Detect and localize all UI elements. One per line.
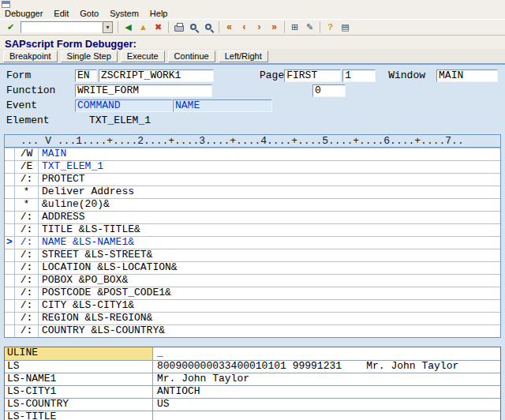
code-row[interactable]: /E TXT_ELEM_1 <box>5 160 500 173</box>
column-ruler: ... V ...1....+....2....+....3....+....4… <box>5 135 500 148</box>
code-row[interactable]: /: CITY &LS-CITY1& <box>5 299 500 312</box>
menu-item-help[interactable]: Help <box>150 9 168 18</box>
help-icon[interactable]: ? <box>323 21 338 34</box>
format-cell: /W <box>15 148 39 160</box>
code-row[interactable]: /: LOCATION &LS-LOCATION& <box>5 261 500 274</box>
code-table: ... V ...1....+....2....+....3....+....4… <box>4 134 501 338</box>
format-cell: /: <box>15 224 39 236</box>
row-marker-cell <box>5 325 15 337</box>
code-row[interactable]: /: ADDRESS <box>5 211 500 223</box>
format-cell: /: <box>15 174 39 186</box>
window-label: Window <box>388 69 425 81</box>
variable-row[interactable]: LS-COUNTRY US <box>5 398 500 411</box>
variable-row[interactable]: LS 800900000033400010101 99991231 Mr. Jo… <box>5 360 500 373</box>
enter-icon[interactable]: ✔ <box>3 21 18 34</box>
function-counter-field[interactable] <box>312 84 346 97</box>
code-row[interactable]: /: POSTCODE &POST_CODE1& <box>5 287 500 299</box>
prev-page-icon[interactable]: ‹ <box>237 21 252 34</box>
text-cell: REGION &LS-REGION& <box>39 313 500 324</box>
toolbar-separator <box>118 21 118 33</box>
form-row-form: Form Page Window <box>6 68 505 83</box>
event-field[interactable] <box>75 99 173 112</box>
first-page-icon[interactable]: « <box>222 21 237 34</box>
row-marker-cell <box>5 249 15 261</box>
row-marker-cell <box>5 161 15 173</box>
menu-item-edit[interactable]: Edit <box>54 9 69 18</box>
row-marker-cell <box>5 212 15 223</box>
variable-value-cell <box>153 411 500 420</box>
toolbar-separator <box>168 21 169 33</box>
row-marker-cell <box>5 287 15 299</box>
command-input[interactable] <box>21 21 103 33</box>
function-label: Function <box>6 84 75 96</box>
code-row[interactable]: /: STREET &LS-STREET& <box>5 249 500 261</box>
menu-bar: Debugger Edit Goto System Help <box>0 8 505 19</box>
function-field[interactable] <box>75 84 212 97</box>
single-step-button[interactable]: Single Step <box>61 51 118 62</box>
variable-row[interactable]: LS-CITY1 ANTIOCH <box>5 385 500 398</box>
find-next-icon[interactable] <box>201 21 216 34</box>
left-right-button[interactable]: Left/Right <box>219 51 268 62</box>
menu-item-system[interactable]: System <box>110 9 139 18</box>
print-icon[interactable] <box>171 21 186 34</box>
event-name-field[interactable] <box>173 99 272 112</box>
code-row-current[interactable]: > /: NAME &LS-NAME1& <box>5 236 500 249</box>
form-label: Form <box>6 69 75 81</box>
back-icon[interactable]: ◀ <box>121 21 136 34</box>
variable-name-cell: ULINE <box>5 347 153 360</box>
format-cell: /: <box>15 275 39 287</box>
window-menu-icon[interactable] <box>2 1 10 8</box>
format-cell: /: <box>15 300 39 312</box>
find-icon[interactable] <box>186 21 201 34</box>
variable-name-cell: LS-COUNTRY <box>5 399 153 411</box>
page-number-field[interactable] <box>342 69 376 82</box>
breakpoint-button[interactable]: Breakpoint <box>3 51 58 62</box>
code-row[interactable]: /: POBOX &PO_BOX& <box>5 274 500 287</box>
form-name-field[interactable] <box>99 69 214 82</box>
language-field[interactable] <box>75 69 97 82</box>
application-toolbar: Breakpoint Single Step Execute Continue … <box>0 49 505 65</box>
row-marker-cell <box>5 275 15 287</box>
last-page-icon[interactable]: » <box>267 21 282 34</box>
shortcut-icon[interactable]: ✎ <box>302 21 317 34</box>
customize-icon[interactable]: ▤ <box>338 21 353 34</box>
code-row[interactable]: /: TITLE &LS-TITLE& <box>5 223 500 236</box>
code-row[interactable]: /: REGION &LS-REGION& <box>5 312 500 324</box>
text-cell: Deliver Address <box>39 186 500 198</box>
code-row[interactable]: /: PROTECT <box>5 173 500 186</box>
form-row-event: Event <box>6 98 505 113</box>
text-cell: POSTCODE &POST_CODE1& <box>39 287 500 299</box>
execute-button[interactable]: Execute <box>121 51 165 62</box>
variable-row[interactable]: LS-TITLE <box>5 411 500 420</box>
variable-value-cell: Mr. John Taylor <box>153 373 500 385</box>
text-cell: LOCATION &LS-LOCATION& <box>39 262 500 274</box>
exit-icon[interactable]: ▲ <box>136 21 151 34</box>
new-session-icon[interactable]: ⊞ <box>287 21 302 34</box>
row-marker-cell <box>5 224 15 236</box>
variable-row[interactable]: ULINE _ <box>5 347 500 360</box>
code-row[interactable]: /: COUNTRY &LS-COUNTRY& <box>5 324 500 337</box>
code-row[interactable]: * &uline(20)& <box>5 198 500 211</box>
menu-item-goto[interactable]: Goto <box>80 9 99 18</box>
command-dropdown-icon[interactable]: ▾ <box>103 21 113 33</box>
text-cell: &uline(20)& <box>39 199 500 211</box>
menu-item-debugger[interactable]: Debugger <box>5 9 43 18</box>
continue-button[interactable]: Continue <box>168 51 215 62</box>
toolbar-separator <box>219 21 219 33</box>
text-cell: COUNTRY &LS-COUNTRY& <box>39 325 500 337</box>
format-cell: * <box>15 199 39 211</box>
variable-table: ULINE _ LS 800900000033400010101 9999123… <box>4 347 501 420</box>
text-cell: MAIN <box>39 148 500 160</box>
variable-name-cell: LS-CITY1 <box>5 386 153 398</box>
window-field[interactable] <box>436 69 498 82</box>
row-marker-cell <box>5 148 15 160</box>
format-cell: /: <box>15 325 39 337</box>
code-row[interactable]: * Deliver Address <box>5 186 500 198</box>
page-field[interactable] <box>284 69 341 82</box>
next-page-icon[interactable]: › <box>252 21 267 34</box>
cancel-icon[interactable]: ✖ <box>151 21 166 34</box>
event-label: Event <box>6 99 75 111</box>
code-row[interactable]: /W MAIN <box>5 148 500 160</box>
format-cell: /: <box>15 249 39 261</box>
variable-row[interactable]: LS-NAME1 Mr. John Taylor <box>5 373 500 385</box>
